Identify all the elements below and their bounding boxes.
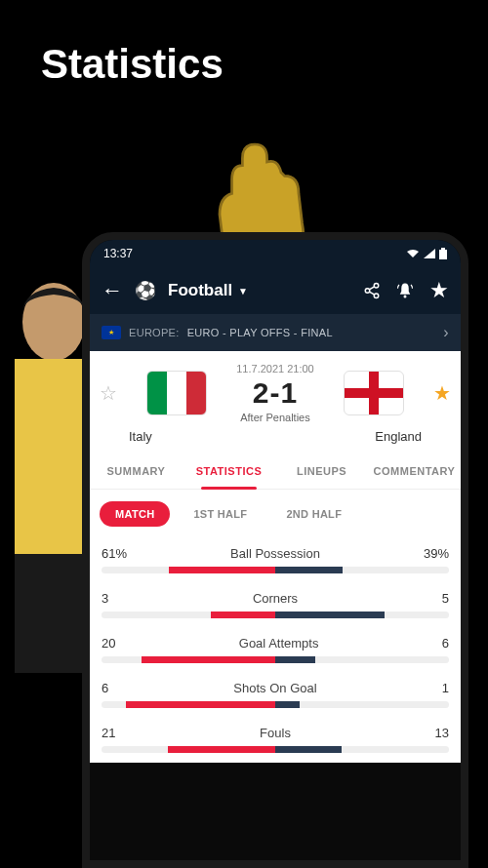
stat-away-value: 39%	[424, 546, 449, 561]
match-date: 11.7.2021 21:00	[236, 363, 314, 375]
phone-frame: 13:37 ← ⚽ Football ▼ ★ EUROPE: EURO - PL…	[82, 232, 468, 868]
signal-icon	[424, 249, 435, 258]
tab-statistics[interactable]: STATISTICS	[183, 454, 275, 489]
football-icon: ⚽	[135, 280, 156, 301]
period-second-half[interactable]: 2ND HALF	[270, 501, 357, 527]
chevron-down-icon: ▼	[238, 286, 248, 296]
stat-bar	[102, 656, 449, 663]
away-team-name: England	[375, 429, 422, 444]
favorite-home-star[interactable]: ☆	[100, 381, 117, 405]
share-icon[interactable]	[363, 282, 381, 299]
favorite-away-star[interactable]: ★	[433, 381, 451, 405]
app-header: ← ⚽ Football ▼ ★	[90, 267, 461, 314]
period-match[interactable]: MATCH	[100, 501, 170, 527]
stat-away-value: 1	[442, 681, 449, 695]
status-bar: 13:37	[90, 240, 461, 267]
stat-bar	[102, 567, 449, 573]
score-block: 11.7.2021 21:00 2-1 After Penalties	[236, 363, 314, 423]
stat-bar-home	[126, 701, 275, 708]
match-note: After Penalties	[236, 412, 314, 423]
status-time: 13:37	[103, 247, 133, 260]
stat-bar	[102, 701, 449, 708]
tab-summary[interactable]: SUMMARY	[90, 454, 183, 489]
stat-label: Shots On Goal	[233, 681, 316, 695]
stat-row: 20 Goal Attempts 6	[102, 628, 449, 673]
stat-bar-home	[169, 567, 275, 573]
home-team-flag[interactable]	[146, 371, 207, 415]
match-panel: ☆ 11.7.2021 21:00 2-1 After Penalties ★ …	[90, 351, 461, 454]
stat-bar-home	[142, 656, 275, 663]
page-title: Statistics	[0, 0, 488, 88]
stat-row: 3 Corners 5	[102, 583, 449, 628]
stat-label: Ball Possession	[230, 546, 320, 561]
back-arrow-icon[interactable]: ←	[102, 278, 123, 303]
detail-tabs: SUMMARY STATISTICS LINEUPS COMMENTARY	[90, 454, 461, 490]
stat-home-value: 3	[102, 591, 108, 606]
stat-bar-away	[275, 746, 342, 753]
home-team-name: Italy	[129, 429, 152, 444]
svg-point-10	[404, 296, 407, 298]
chevron-right-icon: ›	[443, 324, 449, 341]
stat-bar-away	[275, 612, 385, 618]
stat-bar	[102, 612, 449, 618]
svg-rect-3	[439, 250, 447, 259]
stat-row: 21 Fouls 13	[102, 718, 449, 763]
stat-home-value: 61%	[102, 546, 127, 561]
svg-line-8	[369, 287, 374, 290]
svg-point-6	[365, 289, 370, 294]
stat-away-value: 13	[435, 726, 449, 740]
stat-bar-away	[275, 656, 315, 663]
period-tabs: MATCH 1ST HALF 2ND HALF	[90, 490, 461, 538]
svg-point-5	[374, 284, 379, 289]
stat-row: 61% Ball Possession 39%	[102, 538, 449, 583]
status-icons	[406, 248, 447, 259]
stat-bar-home	[168, 746, 275, 753]
stat-away-value: 6	[442, 636, 449, 651]
competition-name: EURO - PLAY OFFS - FINAL	[187, 327, 333, 338]
stat-bar-away	[275, 567, 343, 573]
sport-label: Football	[168, 281, 232, 300]
stat-row: 6 Shots On Goal 1	[102, 673, 449, 718]
stat-bar	[102, 746, 449, 753]
svg-line-9	[369, 292, 374, 295]
match-score: 2-1	[236, 376, 314, 410]
svg-point-7	[374, 294, 379, 298]
stat-label: Fouls	[260, 726, 291, 740]
stat-home-value: 20	[102, 636, 115, 651]
bell-icon[interactable]	[396, 282, 414, 299]
stat-home-value: 6	[102, 681, 108, 695]
stat-bar-home	[211, 612, 275, 618]
competition-region: EUROPE:	[129, 327, 180, 338]
battery-icon	[439, 248, 447, 259]
wifi-icon	[406, 249, 420, 258]
competition-bar[interactable]: EUROPE: EURO - PLAY OFFS - FINAL ›	[90, 314, 461, 351]
tab-lineups[interactable]: LINEUPS	[275, 454, 368, 489]
away-team-flag[interactable]	[344, 371, 404, 415]
stat-away-value: 5	[442, 591, 449, 606]
star-icon[interactable]: ★	[429, 278, 449, 303]
stats-list: 61% Ball Possession 39% 3 Corners 5 20 G…	[90, 538, 461, 763]
stat-bar-away	[275, 701, 300, 708]
tab-commentary[interactable]: COMMENTARY	[368, 454, 461, 489]
period-first-half[interactable]: 1ST HALF	[178, 501, 263, 527]
sport-dropdown[interactable]: Football ▼	[168, 281, 351, 300]
stat-home-value: 21	[102, 726, 115, 740]
svg-rect-4	[441, 248, 445, 250]
stat-label: Corners	[253, 591, 298, 606]
stat-label: Goal Attempts	[239, 636, 319, 651]
eu-flag-icon	[102, 326, 121, 339]
